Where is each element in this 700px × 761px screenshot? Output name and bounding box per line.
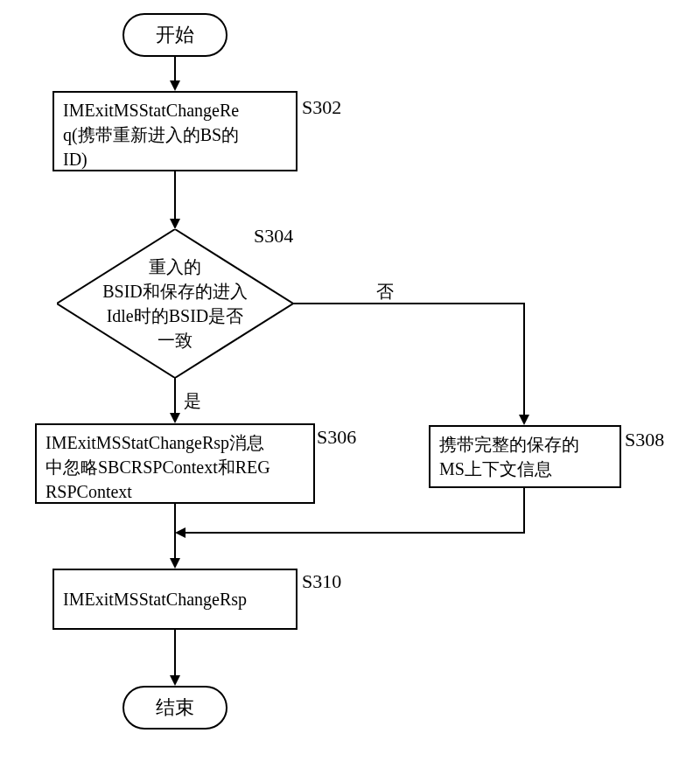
- decision-s304: 重入的 BSID和保存的进入 Idle时的BSID是否 一致: [57, 229, 293, 378]
- arrow-s308-join-h: [184, 532, 525, 534]
- yes-label: 是: [184, 389, 201, 413]
- process-s310: IMExitMSStatChangeRsp: [52, 569, 298, 630]
- end-label: 结束: [156, 695, 194, 721]
- arrow-head-s306-s310: [170, 558, 180, 569]
- process-s306: IMExitMSStatChangeRsp消息 中忽略SBCRSPContext…: [35, 423, 315, 504]
- arrow-s304-s308-v: [523, 303, 525, 416]
- s310-line1: IMExitMSStatChangeRsp: [63, 587, 247, 611]
- s302-text-line3: ID): [63, 147, 287, 171]
- arrow-s310-end: [174, 630, 176, 677]
- s306-line1: IMExitMSStatChangeRsp消息: [46, 430, 304, 455]
- process-s302: IMExitMSStatChangeRe q(携带重新进入的BS的 ID): [52, 91, 298, 171]
- arrow-head-s308-join: [175, 527, 186, 538]
- arrow-head-s302-s304: [170, 219, 180, 229]
- s302-text-line1: IMExitMSStatChangeRe: [63, 98, 287, 122]
- s302-step-label: S302: [302, 96, 341, 119]
- s306-step-label: S306: [317, 426, 356, 449]
- s310-step-label: S310: [302, 570, 341, 593]
- s302-text-line2: q(携带重新进入的BS的: [63, 122, 287, 147]
- s304-line3: Idle时的BSID是否: [69, 304, 282, 328]
- arrow-head-start-s302: [170, 80, 180, 91]
- arrow-s304-s308-h: [293, 303, 525, 304]
- start-terminator: 开始: [122, 13, 228, 57]
- end-terminator: 结束: [122, 686, 228, 730]
- s308-step-label: S308: [625, 429, 664, 451]
- arrow-head-s310-end: [170, 675, 180, 686]
- process-s308: 携带完整的保存的 MS上下文信息: [429, 425, 621, 488]
- arrow-s308-join-v: [523, 488, 525, 534]
- arrow-head-s304-s306: [170, 413, 180, 423]
- arrow-s302-s304: [174, 171, 176, 220]
- s304-line2: BSID和保存的进入: [69, 279, 282, 304]
- s306-line2: 中忽略SBCRSPContext和REG: [46, 455, 304, 479]
- s304-line1: 重入的: [69, 255, 282, 279]
- arrow-start-s302: [174, 57, 176, 83]
- s304-step-label: S304: [254, 225, 293, 248]
- diamond-text: 重入的 BSID和保存的进入 Idle时的BSID是否 一致: [69, 255, 282, 353]
- s308-line1: 携带完整的保存的: [439, 432, 611, 457]
- s306-line3: RSPContext: [46, 479, 304, 504]
- arrow-s304-s306: [174, 378, 176, 415]
- s308-line2: MS上下文信息: [439, 457, 611, 481]
- start-label: 开始: [156, 22, 194, 48]
- s304-line4: 一致: [69, 328, 282, 353]
- no-label: 否: [376, 280, 394, 304]
- arrow-head-s304-s308: [519, 415, 529, 425]
